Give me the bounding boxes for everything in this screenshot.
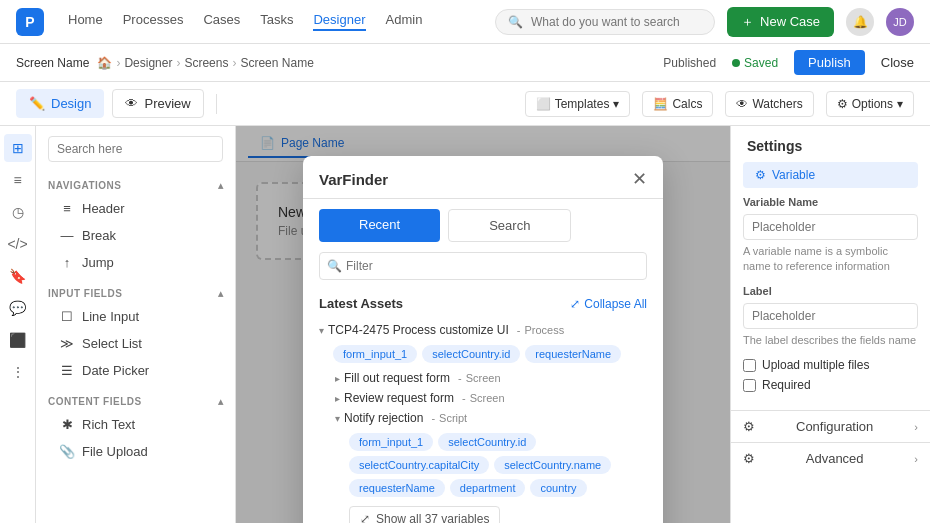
tag-s1-form-input-1[interactable]: form_input_1 [349, 433, 433, 451]
rail-bookmark-icon[interactable]: 🔖 [4, 262, 32, 290]
chevron-right-icon-3: › [914, 421, 918, 433]
sidebar-item-header[interactable]: ≡ Header [48, 195, 223, 222]
rail-diagram-icon[interactable]: ⬛ [4, 326, 32, 354]
break-icon: — [60, 229, 74, 243]
screen1-header[interactable]: ▸ Fill out request form - Screen [335, 368, 647, 388]
nav-designer[interactable]: Designer [313, 12, 365, 31]
modal-search-wrap: 🔍 [319, 252, 647, 280]
input-fields-header[interactable]: INPUT FIELDS ▴ [48, 288, 223, 299]
rail-components-icon[interactable]: ⊞ [4, 134, 32, 162]
variable-name-hint: A variable name is a symbolic name to re… [743, 244, 918, 275]
screen2-header[interactable]: ▸ Review request form - Screen [335, 388, 647, 408]
content-fields-section: CONTENT FIELDS ▴ ✱ Rich Text 📎 File Uplo… [36, 388, 235, 469]
modal-tab-recent[interactable]: Recent [319, 209, 440, 242]
search-box[interactable]: 🔍 [495, 9, 715, 35]
rail-data-icon[interactable]: ◷ [4, 198, 32, 226]
nav-home[interactable]: Home [68, 12, 103, 31]
modal-filter-input[interactable] [319, 252, 647, 280]
tag-s1-select-country-id[interactable]: selectCountry.id [438, 433, 536, 451]
line-input-icon: ☐ [60, 310, 74, 324]
script1-name: Notify rejection [344, 411, 423, 425]
modal-tab-search[interactable]: Search [448, 209, 571, 242]
script1-tags: form_input_1 selectCountry.id selectCoun… [335, 428, 647, 502]
left-sidebar: NAVIGATIONS ▴ ≡ Header — Break ↑ Jump IN… [36, 126, 236, 523]
secondary-nav: Screen Name 🏠 › Designer › Screens › Scr… [0, 44, 930, 82]
process-tags: form_input_1 selectCountry.id requesterN… [319, 340, 647, 368]
select-list-icon: ≫ [60, 337, 74, 351]
content-fields-header[interactable]: CONTENT FIELDS ▴ [48, 396, 223, 407]
sidebar-item-jump[interactable]: ↑ Jump [48, 249, 223, 276]
rail-chat-icon[interactable]: 💬 [4, 294, 32, 322]
sidebar-item-rich-text[interactable]: ✱ Rich Text [48, 411, 223, 438]
tag-select-country-id[interactable]: selectCountry.id [422, 345, 520, 363]
close-button[interactable]: Close [881, 55, 914, 70]
breadcrumb-screens[interactable]: Screens [184, 56, 228, 70]
publish-button[interactable]: Publish [794, 50, 865, 75]
tag-s1-requester-name[interactable]: requesterName [349, 479, 445, 497]
sidebar-item-break[interactable]: — Break [48, 222, 223, 249]
advanced-accordion[interactable]: ⚙ Advanced › [731, 442, 930, 474]
tag-requester-name[interactable]: requesterName [525, 345, 621, 363]
sidebar-item-file-upload[interactable]: 📎 File Upload [48, 438, 223, 465]
sidebar-item-date-picker[interactable]: ☰ Date Picker [48, 357, 223, 384]
breadcrumb-home-icon: 🏠 [97, 56, 112, 70]
tag-s1-department[interactable]: department [450, 479, 526, 497]
nav-admin[interactable]: Admin [386, 12, 423, 31]
templates-button[interactable]: ⬜ Templates ▾ [525, 91, 631, 117]
required-checkbox[interactable] [743, 379, 756, 392]
center-area: 📄 Page Name New File Upl... File uploads… [236, 126, 730, 523]
tag-form-input-1[interactable]: form_input_1 [333, 345, 417, 363]
collapse-icon: ▴ [218, 180, 224, 191]
chevron-right-icon-4: › [914, 453, 918, 465]
modal-close-button[interactable]: ✕ [632, 170, 647, 188]
notifications-icon[interactable]: 🔔 [846, 8, 874, 36]
variable-badge: ⚙ Variable [743, 162, 918, 188]
calcs-button[interactable]: 🧮 Calcs [642, 91, 713, 117]
sidebar-item-select-list[interactable]: ≫ Select List [48, 330, 223, 357]
design-tab[interactable]: ✏️ Design [16, 89, 104, 118]
watchers-button[interactable]: 👁 Watchers [725, 91, 813, 117]
options-button[interactable]: ⚙ Options ▾ [826, 91, 914, 117]
script1-separator: - [431, 412, 435, 424]
main-layout: ⊞ ≡ ◷ </> 🔖 💬 ⬛ ⋮ NAVIGATIONS ▴ ≡ Header… [0, 126, 930, 523]
label-label: Label [743, 285, 918, 297]
navigations-header[interactable]: NAVIGATIONS ▴ [48, 180, 223, 191]
label-input[interactable] [743, 303, 918, 329]
settings-title: Settings [731, 126, 930, 162]
nav-tasks[interactable]: Tasks [260, 12, 293, 31]
calcs-icon: 🧮 [653, 97, 668, 111]
breadcrumb-screen-name[interactable]: Screen Name [240, 56, 313, 70]
latest-assets-header: Latest Assets ⤢ Collapse All [319, 290, 647, 317]
tag-s1-country[interactable]: country [530, 479, 586, 497]
rail-code-icon[interactable]: </> [4, 230, 32, 258]
search-input[interactable] [531, 15, 702, 29]
breadcrumb-designer[interactable]: Designer [124, 56, 172, 70]
script1-header[interactable]: ▾ Notify rejection - Script [335, 408, 647, 428]
toolbar-right: ⬜ Templates ▾ 🧮 Calcs 👁 Watchers ⚙ Optio… [525, 91, 914, 117]
label-hint: The label describes the fields name [743, 333, 918, 348]
collapse-all-button[interactable]: ⤢ Collapse All [570, 297, 647, 311]
chevron-down-icon-3: ▾ [319, 325, 324, 336]
rail-more-icon[interactable]: ⋮ [4, 358, 32, 386]
sidebar-search-input[interactable] [48, 136, 223, 162]
modal-body: Latest Assets ⤢ Collapse All ▾ TCP4-2475… [303, 290, 663, 523]
green-dot-icon [732, 59, 740, 67]
nav-cases[interactable]: Cases [203, 12, 240, 31]
tree-process-header[interactable]: ▾ TCP4-2475 Process customize UI - Proce… [319, 320, 647, 340]
upload-multiple-checkbox[interactable] [743, 359, 756, 372]
sidebar-item-line-input[interactable]: ☐ Line Input [48, 303, 223, 330]
tag-s1-country-name[interactable]: selectCountry.name [494, 456, 611, 474]
jump-icon: ↑ [60, 256, 74, 270]
preview-tab[interactable]: 👁 Preview [112, 89, 203, 118]
configuration-accordion[interactable]: ⚙ Configuration › [731, 410, 930, 442]
nav-processes[interactable]: Processes [123, 12, 184, 31]
avatar[interactable]: JD [886, 8, 914, 36]
modal-search[interactable]: 🔍 [303, 242, 663, 290]
rail-layers-icon[interactable]: ≡ [4, 166, 32, 194]
new-case-button[interactable]: ＋ New Case [727, 7, 834, 37]
variable-name-input[interactable] [743, 214, 918, 240]
sidebar-search[interactable] [36, 126, 235, 172]
required-row: Required [743, 378, 918, 392]
tag-s1-capital-city[interactable]: selectCountry.capitalCity [349, 456, 489, 474]
show-more-button[interactable]: ⤢ Show all 37 variables [349, 506, 500, 523]
